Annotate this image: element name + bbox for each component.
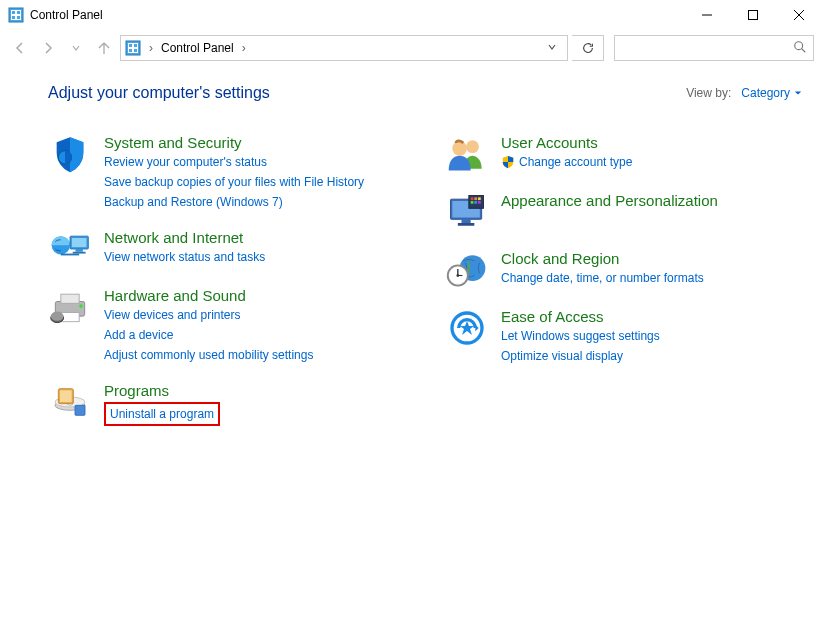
- monitor-icon: [445, 192, 489, 232]
- svg-point-29: [51, 312, 64, 321]
- svg-rect-12: [129, 44, 132, 47]
- category-system-security: System and Security Review your computer…: [48, 134, 405, 211]
- link-backup-restore[interactable]: Backup and Restore (Windows 7): [104, 193, 364, 211]
- category-title-programs[interactable]: Programs: [104, 382, 220, 399]
- recent-locations-dropdown[interactable]: [64, 36, 88, 60]
- svg-rect-47: [474, 201, 477, 204]
- right-column: User Accounts Change account type: [445, 134, 802, 427]
- svg-rect-15: [134, 49, 137, 52]
- chevron-right-icon[interactable]: ›: [238, 41, 250, 55]
- link-devices-printers[interactable]: View devices and printers: [104, 306, 313, 324]
- ease-of-access-icon: [445, 308, 489, 348]
- svg-rect-21: [72, 238, 87, 247]
- link-change-account-type[interactable]: Change account type: [501, 153, 632, 171]
- link-change-datetime[interactable]: Change date, time, or number formats: [501, 269, 704, 287]
- highlight-uninstall: Uninstall a program: [104, 402, 220, 426]
- svg-point-37: [452, 141, 467, 156]
- category-programs: Programs Uninstall a program: [48, 382, 405, 427]
- category-title-network[interactable]: Network and Internet: [104, 229, 265, 246]
- svg-rect-3: [17, 11, 20, 14]
- search-box[interactable]: [614, 35, 814, 61]
- printer-icon: [48, 287, 92, 327]
- link-add-device[interactable]: Add a device: [104, 326, 313, 344]
- svg-rect-40: [462, 219, 471, 223]
- svg-rect-7: [749, 11, 758, 20]
- svg-rect-43: [471, 197, 474, 200]
- svg-point-54: [456, 274, 459, 277]
- clock-globe-icon: [445, 250, 489, 290]
- category-clock: Clock and Region Change date, time, or n…: [445, 250, 802, 290]
- search-icon: [793, 40, 807, 57]
- link-mobility-settings[interactable]: Adjust commonly used mobility settings: [104, 346, 313, 364]
- viewby-dropdown[interactable]: Category: [741, 86, 802, 100]
- svg-rect-2: [12, 11, 15, 14]
- network-icon: [48, 229, 92, 269]
- svg-point-27: [79, 304, 83, 308]
- uac-shield-icon: [501, 155, 515, 169]
- refresh-button[interactable]: [572, 35, 604, 61]
- page-heading: Adjust your computer's settings: [48, 84, 270, 102]
- category-title-ease-of-access[interactable]: Ease of Access: [501, 308, 660, 325]
- svg-rect-41: [458, 223, 475, 226]
- control-panel-icon: [8, 7, 24, 23]
- category-user-accounts: User Accounts Change account type: [445, 134, 802, 174]
- programs-icon: [48, 382, 92, 422]
- svg-rect-45: [478, 197, 481, 200]
- category-title-appearance[interactable]: Appearance and Personalization: [501, 192, 718, 209]
- svg-rect-23: [73, 252, 86, 254]
- left-column: System and Security Review your computer…: [48, 134, 405, 427]
- svg-point-16: [795, 41, 803, 49]
- back-button[interactable]: [8, 36, 32, 60]
- link-uninstall-program[interactable]: Uninstall a program: [110, 405, 214, 423]
- maximize-button[interactable]: [730, 0, 776, 30]
- content-area: Adjust your computer's settings View by:…: [0, 66, 822, 447]
- toolbar: › Control Panel ›: [0, 30, 822, 66]
- svg-point-36: [466, 140, 479, 153]
- shield-icon: [48, 134, 92, 174]
- link-suggest-settings[interactable]: Let Windows suggest settings: [501, 327, 660, 345]
- close-button[interactable]: [776, 0, 822, 30]
- svg-rect-35: [75, 405, 85, 415]
- link-network-status[interactable]: View network status and tasks: [104, 248, 265, 266]
- svg-rect-46: [471, 201, 474, 204]
- users-icon: [445, 134, 489, 174]
- svg-rect-48: [478, 201, 481, 204]
- link-review-status[interactable]: Review your computer's status: [104, 153, 364, 171]
- category-ease-of-access: Ease of Access Let Windows suggest setti…: [445, 308, 802, 365]
- title-bar: Control Panel: [0, 0, 822, 30]
- link-optimize-display[interactable]: Optimize visual display: [501, 347, 660, 365]
- svg-rect-5: [17, 16, 20, 19]
- category-title-hardware[interactable]: Hardware and Sound: [104, 287, 313, 304]
- forward-button[interactable]: [36, 36, 60, 60]
- link-file-history[interactable]: Save backup copies of your files with Fi…: [104, 173, 364, 191]
- category-title-users[interactable]: User Accounts: [501, 134, 632, 151]
- svg-rect-22: [76, 249, 83, 252]
- svg-rect-4: [12, 16, 15, 19]
- viewby-label: View by:: [686, 86, 731, 100]
- svg-rect-14: [129, 49, 132, 52]
- category-hardware: Hardware and Sound View devices and prin…: [48, 287, 405, 364]
- svg-rect-44: [474, 197, 477, 200]
- svg-rect-13: [134, 44, 137, 47]
- svg-rect-34: [60, 390, 72, 402]
- svg-line-17: [802, 48, 806, 52]
- window-title: Control Panel: [30, 8, 103, 22]
- address-dropdown[interactable]: [541, 41, 563, 55]
- category-title-clock[interactable]: Clock and Region: [501, 250, 704, 267]
- chevron-right-icon[interactable]: ›: [145, 41, 157, 55]
- category-appearance: Appearance and Personalization: [445, 192, 802, 232]
- breadcrumb-location[interactable]: Control Panel: [161, 41, 234, 55]
- chevron-down-icon: [794, 89, 802, 97]
- minimize-button[interactable]: [684, 0, 730, 30]
- address-bar[interactable]: › Control Panel ›: [120, 35, 568, 61]
- svg-rect-25: [61, 294, 79, 303]
- control-panel-icon: [125, 40, 141, 56]
- search-input[interactable]: [621, 41, 793, 55]
- category-title-system[interactable]: System and Security: [104, 134, 364, 151]
- category-network: Network and Internet View network status…: [48, 229, 405, 269]
- up-button[interactable]: [92, 36, 116, 60]
- viewby-value: Category: [741, 86, 790, 100]
- link-text: Change account type: [519, 153, 632, 171]
